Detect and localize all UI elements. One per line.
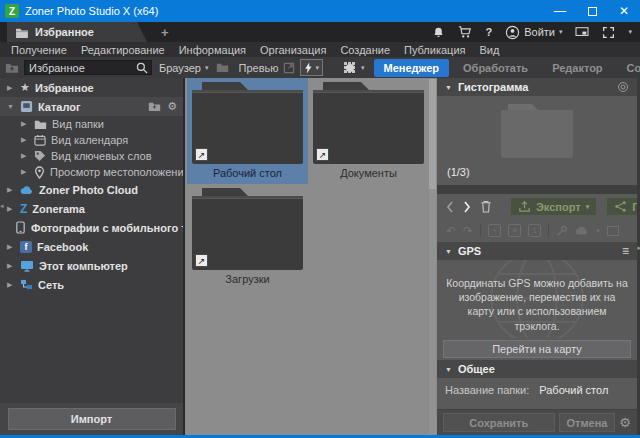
chevron-down-icon: ▾: [559, 28, 563, 36]
sidebar-item-label: Избранное: [35, 82, 94, 94]
sidebar-item-location-view[interactable]: ▶ Просмотр местоположения: [0, 164, 183, 180]
expand-arrow-icon[interactable]: ▶: [21, 120, 29, 128]
general-section-header[interactable]: ▼ Общее: [437, 360, 637, 378]
trash-icon[interactable]: [480, 200, 492, 213]
sidebar-item-label: Вид папки: [52, 118, 104, 130]
tab-favorites[interactable]: Избранное: [7, 22, 147, 42]
tab-manager[interactable]: Менеджер: [374, 59, 450, 77]
sidebar-item-label: Фотографии с мобильного теле...: [31, 222, 183, 234]
search-input[interactable]: [25, 62, 136, 74]
expand-arrow-icon[interactable]: ▶: [7, 281, 15, 289]
hamburger-menu-icon[interactable]: ≡: [622, 244, 629, 258]
expand-arrow-icon[interactable]: ▶: [7, 186, 15, 194]
chevron-down-icon[interactable]: ▾: [596, 227, 600, 235]
share-button[interactable]: Поделиться: [606, 197, 640, 216]
panel-settings-gear-icon[interactable]: ⚙: [619, 416, 631, 429]
remove-label-icon[interactable]: ✕: [508, 224, 521, 237]
go-to-map-button[interactable]: Перейти на карту: [443, 340, 631, 358]
close-button[interactable]: ✕: [608, 0, 640, 22]
search-icon[interactable]: [136, 62, 151, 74]
expand-arrow-icon[interactable]: ▶: [7, 84, 15, 92]
collapse-arrow-icon[interactable]: ▼: [445, 84, 452, 91]
sidebar-item-network[interactable]: ▶ Сеть: [0, 275, 183, 294]
sidebar-item-folder-view[interactable]: ▶ Вид папки: [0, 116, 183, 132]
menu-acquire[interactable]: Получение: [4, 44, 74, 56]
gps-section-header[interactable]: ▼ GPS ≡: [437, 242, 637, 260]
tab-editor[interactable]: Редактор: [542, 59, 612, 77]
export-icon: [518, 200, 531, 213]
menu-publish[interactable]: Публикация: [397, 44, 472, 56]
previous-item-icon[interactable]: [446, 201, 454, 213]
folder-tile-desktop[interactable]: ↗ Рабочий стол: [187, 78, 308, 184]
info-panel: ▼ Гистограмма (1/3): [437, 78, 637, 435]
external-window-icon[interactable]: [283, 62, 295, 74]
collapse-arrow-icon[interactable]: ▼: [7, 103, 15, 110]
cancel-button[interactable]: Отмена: [559, 413, 616, 432]
notifications-bell-icon[interactable]: [432, 26, 445, 39]
browser-mode-dropdown[interactable]: Браузер ▾: [157, 62, 211, 74]
menu-organize[interactable]: Организация: [253, 44, 333, 56]
slider-thumb[interactable]: [346, 64, 354, 72]
add-folder-icon[interactable]: [148, 101, 161, 112]
gear-icon[interactable]: ⚙: [167, 101, 177, 112]
sidebar-collapse-handle[interactable]: ◂: [0, 202, 4, 210]
chevron-down-icon[interactable]: ▾: [361, 64, 365, 72]
sidebar-item-keywords-view[interactable]: ▶ Вид ключевых слов: [0, 148, 183, 164]
sidebar-item-label: Zoner Photo Cloud: [39, 184, 138, 196]
expand-arrow-icon[interactable]: ▶: [21, 136, 29, 144]
folder-up-icon[interactable]: [5, 62, 19, 74]
help-icon[interactable]: ?: [485, 26, 492, 38]
toolbar: Браузер ▾ Превью ▾ ▾ Менеджер Обработать…: [0, 57, 640, 78]
add-label-icon[interactable]: +: [488, 224, 501, 237]
tab-create[interactable]: Создать: [617, 59, 640, 77]
second-display-icon[interactable]: [575, 26, 589, 38]
sidebar-item-zonerama[interactable]: ▶ Z Zonerama: [0, 199, 183, 218]
histogram-section-header[interactable]: ▼ Гистограмма: [437, 78, 637, 96]
sidebar-item-this-computer[interactable]: ▶ Этот компьютер: [0, 256, 183, 275]
folder-tile-documents[interactable]: ↗ Документы: [308, 78, 429, 184]
expand-arrow-icon[interactable]: ▶: [7, 205, 15, 213]
preview-frame-icon[interactable]: [607, 226, 619, 236]
tab-develop[interactable]: Обработать: [453, 59, 538, 77]
menu-information[interactable]: Информация: [172, 44, 253, 56]
minimize-button[interactable]: —: [544, 0, 576, 22]
menu-view[interactable]: Вид: [473, 44, 507, 56]
vertical-scrollbar[interactable]: [429, 79, 436, 434]
expand-arrow-icon[interactable]: ▶: [21, 168, 29, 176]
cloud-upload-icon[interactable]: [575, 226, 589, 235]
expand-arrow-icon[interactable]: ▶: [21, 152, 29, 160]
rating-icon[interactable]: 1: [528, 224, 541, 237]
login-button[interactable]: Войти ▾: [505, 25, 562, 40]
folder-new-icon[interactable]: [216, 62, 229, 73]
sidebar-item-calendar-view[interactable]: ▶ Вид календаря: [0, 132, 183, 148]
sidebar-item-zoner-photo-cloud[interactable]: ▶ Zoner Photo Cloud: [0, 180, 183, 199]
import-button[interactable]: Импорт: [8, 408, 176, 430]
save-button[interactable]: Сохранить: [443, 413, 555, 432]
collapse-arrow-icon[interactable]: ▼: [445, 366, 452, 373]
expand-arrow-icon[interactable]: ▶: [7, 262, 15, 270]
new-tab-button[interactable]: +: [161, 25, 169, 40]
store-cart-icon[interactable]: [458, 25, 472, 39]
rotate-left-icon[interactable]: ↶: [446, 225, 456, 237]
next-item-icon[interactable]: [463, 201, 471, 213]
menu-create[interactable]: Создание: [333, 44, 397, 56]
scrollbar-thumb[interactable]: [429, 79, 436, 189]
collapse-arrow-icon[interactable]: ▼: [445, 248, 452, 255]
quick-edits-toggle[interactable]: ▾: [300, 59, 323, 76]
sidebar-item-favorites[interactable]: ▶ ★ Избранное: [0, 78, 183, 97]
chevron-down-icon[interactable]: ▾: [628, 28, 632, 36]
histogram-channels-icon[interactable]: [617, 81, 629, 93]
sidebar-item-mobile-photos[interactable]: Фотографии с мобильного теле...: [0, 218, 183, 237]
menu-edit[interactable]: Редактирование: [74, 44, 172, 56]
calendar-icon: [34, 134, 46, 146]
quick-search-icon[interactable]: [556, 225, 568, 237]
export-button[interactable]: Экспорт ▾: [510, 197, 597, 216]
maximize-button[interactable]: [576, 0, 608, 22]
fullscreen-icon[interactable]: [602, 26, 615, 39]
sidebar-item-catalog[interactable]: ▼ Каталог ⚙: [0, 97, 183, 116]
rotate-right-icon[interactable]: ↷: [463, 225, 473, 237]
sidebar-item-facebook[interactable]: ▶ f Facebook: [0, 237, 183, 256]
browser-mode-label: Браузер: [159, 62, 201, 74]
expand-arrow-icon[interactable]: ▶: [7, 243, 15, 251]
folder-tile-downloads[interactable]: ↗ Загрузки: [187, 184, 308, 290]
